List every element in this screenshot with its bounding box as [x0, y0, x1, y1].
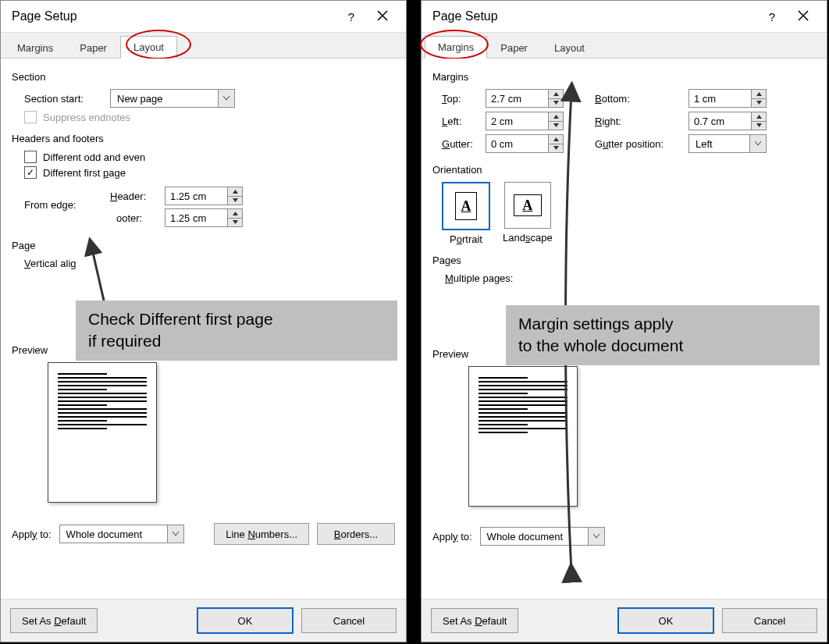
- tab-layout[interactable]: Layout: [541, 37, 598, 59]
- titlebar: Page Setup ?: [1, 1, 406, 33]
- from-edge-label: From edge:: [24, 183, 110, 211]
- tab-paper[interactable]: Paper: [487, 37, 541, 59]
- bottom-spinner[interactable]: 1 cm: [688, 89, 767, 108]
- chevron-down-icon: [218, 90, 234, 107]
- section-start-select[interactable]: New page: [110, 89, 235, 108]
- set-as-default-button[interactable]: Set As Default: [10, 608, 98, 633]
- portrait-label: Portrait: [450, 233, 482, 245]
- close-icon[interactable]: [788, 10, 819, 23]
- left-spinner[interactable]: 2 cm: [486, 112, 564, 130]
- page-portrait-icon: A: [455, 192, 477, 220]
- right-label: Right:: [595, 116, 688, 127]
- set-as-default-button[interactable]: Set As Default: [431, 608, 518, 633]
- left-label: Left:: [442, 116, 486, 127]
- multiple-pages-label: Multiple pages:: [445, 272, 513, 284]
- annotation-text: Margin settings applyto the whole docume…: [518, 315, 683, 354]
- tabstrip: Margins Paper Layout: [1, 33, 406, 59]
- different-first-page-checkbox[interactable]: Different first page: [24, 166, 126, 179]
- margins-heading: Margins: [432, 71, 816, 83]
- footer-label: Footer:: [110, 212, 165, 224]
- pages-heading: Pages: [432, 254, 816, 266]
- gutter-position-select[interactable]: Left: [688, 134, 767, 153]
- spinner-buttons[interactable]: [227, 209, 242, 226]
- section-start-value: New page: [111, 93, 218, 105]
- different-first-page-label: Different first page: [43, 167, 126, 179]
- borders-button[interactable]: Borders...: [317, 523, 395, 545]
- header-label: Header:: [110, 190, 165, 202]
- suppress-endnotes-checkbox: Suppress endnotes: [24, 111, 130, 123]
- top-spinner[interactable]: 2.7 cm: [486, 89, 564, 108]
- page-setup-dialog-layout: Page Setup ? Margins Paper Layout Sectio…: [0, 0, 407, 642]
- titlebar: Page Setup ?: [422, 1, 827, 33]
- page-setup-dialog-margins: Page Setup ? Margins Paper Layout Margin…: [421, 0, 827, 642]
- page-landscape-icon: A: [514, 194, 542, 216]
- annotation-callout: Check Different first pageif required: [76, 301, 397, 361]
- ok-button[interactable]: OK: [197, 607, 294, 634]
- orientation-landscape[interactable]: A Landscape: [503, 182, 553, 245]
- close-icon[interactable]: [367, 10, 398, 23]
- annotation-text: Check Different first pageif required: [88, 310, 273, 350]
- tab-layout[interactable]: Layout: [120, 36, 177, 59]
- orientation-portrait[interactable]: A Portrait: [442, 182, 490, 245]
- section-start-label: Section start:: [24, 93, 110, 105]
- page-heading: Page: [12, 240, 395, 251]
- annotation-callout: Margin settings applyto the whole docume…: [506, 305, 820, 365]
- header-spinner[interactable]: 1.25 cm: [165, 187, 243, 205]
- vertical-alignment-label: Vertical alig: [24, 258, 76, 269]
- apply-to-label: Apply to:: [12, 528, 52, 540]
- dialog-title: Page Setup: [432, 9, 756, 23]
- dialog-title: Page Setup: [12, 9, 336, 23]
- annotation-arrow: [87, 241, 118, 306]
- chevron-down-icon: [167, 525, 183, 543]
- landscape-label: Landscape: [503, 232, 553, 244]
- chevron-down-icon: [749, 135, 766, 152]
- help-icon[interactable]: ?: [336, 10, 367, 23]
- gutter-label: Gutter:: [442, 138, 486, 150]
- tabstrip: Margins Paper Layout: [422, 33, 827, 59]
- right-spinner[interactable]: 0.7 cm: [688, 112, 767, 130]
- spinner-buttons[interactable]: [227, 187, 242, 205]
- dialog-footer: Set As Default OK Cancel: [422, 599, 827, 642]
- apply-to-select[interactable]: Whole document: [59, 525, 184, 543]
- section-heading: Section: [12, 71, 395, 83]
- footer-spinner[interactable]: 1.25 cm: [165, 208, 243, 227]
- gutter-position-label: Gutter position:: [595, 138, 688, 150]
- orientation-heading: Orientation: [432, 164, 816, 176]
- top-label: Top:: [442, 93, 486, 105]
- tab-margins[interactable]: Margins: [425, 36, 487, 59]
- ok-button[interactable]: OK: [617, 607, 714, 634]
- bottom-label: Bottom:: [595, 93, 688, 105]
- tab-paper[interactable]: Paper: [66, 37, 120, 59]
- preview-thumbnail: [48, 362, 157, 503]
- different-odd-even-checkbox[interactable]: Different odd and even: [24, 151, 145, 163]
- gutter-spinner[interactable]: 0 cm: [486, 134, 564, 153]
- cancel-button[interactable]: Cancel: [301, 608, 397, 633]
- cancel-button[interactable]: Cancel: [722, 608, 817, 633]
- tab-margins[interactable]: Margins: [4, 37, 66, 59]
- help-icon[interactable]: ?: [756, 10, 788, 23]
- apply-to-label: Apply to:: [432, 531, 472, 543]
- line-numbers-button[interactable]: Line Numbers...: [214, 523, 309, 545]
- headers-footers-heading: Headers and footers: [12, 133, 395, 144]
- dialog-footer: Set As Default OK Cancel: [1, 599, 406, 642]
